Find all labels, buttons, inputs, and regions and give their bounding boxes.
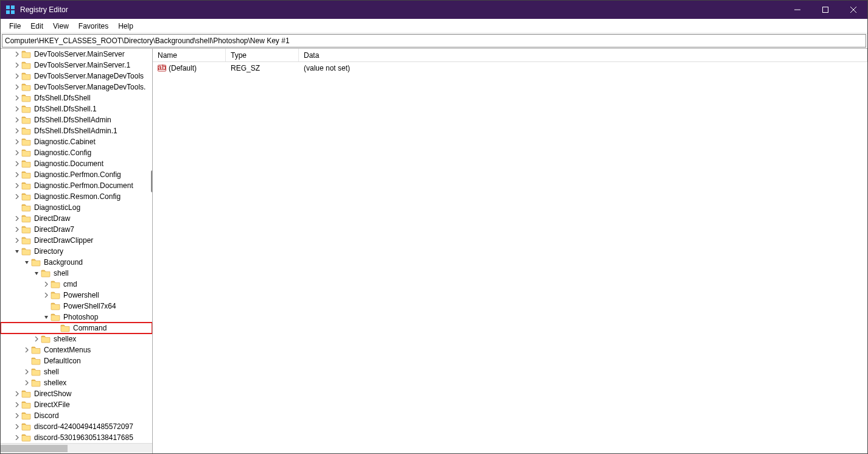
tree-item[interactable]: DfsShell.DfsShell bbox=[1, 93, 152, 103]
tree-item[interactable]: Powershell bbox=[1, 290, 152, 301]
column-header-name[interactable]: Name bbox=[153, 49, 226, 61]
tree-item[interactable]: DirectShow bbox=[1, 388, 152, 399]
menu-file[interactable]: File bbox=[4, 20, 26, 32]
folder-icon bbox=[31, 368, 41, 376]
tree-pane[interactable]: DevToolsServer.MainServerDevToolsServer.… bbox=[1, 49, 153, 453]
chevron-right-icon[interactable] bbox=[13, 424, 21, 430]
chevron-right-icon[interactable] bbox=[13, 402, 21, 408]
tree-item[interactable]: DevToolsServer.MainServer bbox=[1, 49, 152, 60]
column-header-data[interactable]: Data bbox=[299, 49, 867, 61]
tree-item[interactable]: Diagnostic.Perfmon.Document bbox=[1, 180, 152, 191]
value-row[interactable]: ab (Default) REG_SZ (value not set) bbox=[153, 62, 867, 74]
chevron-right-icon[interactable] bbox=[13, 62, 21, 69]
folder-icon bbox=[21, 83, 31, 91]
main-area: DevToolsServer.MainServerDevToolsServer.… bbox=[1, 48, 867, 453]
tree-item[interactable]: DfsShell.DfsShellAdmin bbox=[1, 114, 152, 125]
chevron-right-icon[interactable] bbox=[13, 172, 21, 178]
tree-item[interactable]: Diagnostic.Document bbox=[1, 158, 152, 169]
tree-horizontal-scrollbar[interactable] bbox=[1, 443, 152, 453]
chevron-right-icon[interactable] bbox=[42, 292, 51, 299]
registry-editor-window: Registry Editor File Edit View Favorites… bbox=[0, 0, 868, 454]
maximize-button[interactable] bbox=[811, 1, 839, 19]
tree-item[interactable]: DfsShell.DfsShell.1 bbox=[1, 103, 152, 114]
chevron-right-icon[interactable] bbox=[42, 281, 51, 288]
tree-item[interactable]: shellex bbox=[1, 334, 152, 344]
chevron-right-icon[interactable] bbox=[13, 237, 21, 244]
tree-item[interactable]: Diagnostic.Cabinet bbox=[1, 136, 152, 147]
tree-item[interactable]: Directory bbox=[1, 246, 152, 257]
chevron-right-icon[interactable] bbox=[13, 106, 21, 113]
menu-favorites[interactable]: Favorites bbox=[74, 20, 113, 32]
menu-edit[interactable]: Edit bbox=[26, 20, 48, 32]
chevron-down-icon[interactable] bbox=[32, 270, 41, 277]
titlebar[interactable]: Registry Editor bbox=[1, 1, 867, 19]
chevron-right-icon[interactable] bbox=[32, 336, 41, 343]
column-header-type[interactable]: Type bbox=[226, 49, 299, 61]
chevron-right-icon[interactable] bbox=[13, 139, 21, 145]
tree-item[interactable]: cmd bbox=[1, 279, 152, 290]
tree-item[interactable]: Diagnostic.Config bbox=[1, 147, 152, 158]
chevron-right-icon[interactable] bbox=[13, 391, 21, 397]
tree-item[interactable]: discord-530196305138417685 bbox=[1, 432, 152, 443]
folder-icon bbox=[21, 170, 31, 179]
close-button[interactable] bbox=[839, 1, 867, 19]
tree-item-label: DevToolsServer.ManageDevTools bbox=[33, 72, 145, 80]
tree-item[interactable]: DirectDrawClipper bbox=[1, 235, 152, 246]
tree-item[interactable]: DirectDraw7 bbox=[1, 224, 152, 235]
chevron-right-icon[interactable] bbox=[13, 128, 21, 134]
chevron-right-icon[interactable] bbox=[13, 413, 21, 419]
chevron-right-icon[interactable] bbox=[13, 183, 21, 189]
tree-item[interactable]: DefaultIcon bbox=[1, 355, 152, 366]
chevron-right-icon[interactable] bbox=[13, 226, 21, 233]
menu-view[interactable]: View bbox=[48, 20, 74, 32]
chevron-right-icon[interactable] bbox=[13, 95, 21, 102]
chevron-down-icon[interactable] bbox=[23, 259, 31, 266]
chevron-right-icon[interactable] bbox=[13, 150, 21, 156]
tree-item[interactable]: DirectXFile bbox=[1, 399, 152, 410]
chevron-right-icon[interactable] bbox=[23, 347, 31, 354]
tree-item-label: Background bbox=[43, 258, 84, 267]
values-header: Name Type Data bbox=[153, 49, 867, 62]
menubar: File Edit View Favorites Help bbox=[1, 19, 867, 33]
tree-item-label: Diagnostic.Perfmon.Config bbox=[33, 170, 122, 179]
scrollbar-thumb[interactable] bbox=[1, 445, 68, 452]
tree-item[interactable]: Discord bbox=[1, 410, 152, 421]
chevron-down-icon[interactable] bbox=[13, 248, 21, 255]
tree-item[interactable]: shell bbox=[1, 268, 152, 279]
chevron-right-icon[interactable] bbox=[13, 84, 21, 91]
tree-item[interactable]: DevToolsServer.ManageDevTools bbox=[1, 71, 152, 82]
chevron-right-icon[interactable] bbox=[13, 215, 21, 222]
tree-item[interactable]: Diagnostic.Resmon.Config bbox=[1, 191, 152, 202]
tree-item[interactable]: shellex bbox=[1, 377, 152, 388]
chevron-down-icon[interactable] bbox=[42, 314, 51, 321]
tree-item-label: Diagnostic.Document bbox=[33, 159, 105, 168]
tree-item[interactable]: Photoshop bbox=[1, 312, 152, 323]
folder-icon bbox=[31, 357, 41, 365]
minimize-button[interactable] bbox=[783, 1, 811, 19]
tree-item[interactable]: Command bbox=[1, 323, 152, 334]
chevron-right-icon[interactable] bbox=[13, 51, 21, 58]
menu-help[interactable]: Help bbox=[113, 20, 138, 32]
chevron-right-icon[interactable] bbox=[23, 380, 31, 386]
tree-item-label: DirectShow bbox=[33, 389, 72, 398]
tree-item[interactable]: DfsShell.DfsShellAdmin.1 bbox=[1, 125, 152, 136]
svg-rect-3 bbox=[11, 10, 15, 14]
tree-item[interactable]: DiagnosticLog bbox=[1, 202, 152, 213]
address-bar[interactable]: Computer\HKEY_CLASSES_ROOT\Directory\Bac… bbox=[2, 34, 866, 47]
chevron-right-icon[interactable] bbox=[13, 194, 21, 200]
tree-item[interactable]: Diagnostic.Perfmon.Config bbox=[1, 169, 152, 180]
chevron-right-icon[interactable] bbox=[13, 117, 21, 124]
values-body[interactable]: ab (Default) REG_SZ (value not set) bbox=[153, 62, 867, 453]
tree-item[interactable]: DirectDraw bbox=[1, 213, 152, 224]
chevron-right-icon[interactable] bbox=[23, 369, 31, 375]
tree-item[interactable]: ContextMenus bbox=[1, 344, 152, 355]
chevron-right-icon[interactable] bbox=[13, 161, 21, 167]
chevron-right-icon[interactable] bbox=[13, 435, 21, 441]
tree-item[interactable]: DevToolsServer.ManageDevTools. bbox=[1, 82, 152, 93]
tree-item[interactable]: Background bbox=[1, 257, 152, 268]
tree-item[interactable]: DevToolsServer.MainServer.1 bbox=[1, 60, 152, 71]
tree-item[interactable]: shell bbox=[1, 366, 152, 377]
chevron-right-icon[interactable] bbox=[13, 73, 21, 80]
tree-item[interactable]: PowerShell7x64 bbox=[1, 301, 152, 312]
tree-item[interactable]: discord-424004941485572097 bbox=[1, 421, 152, 432]
